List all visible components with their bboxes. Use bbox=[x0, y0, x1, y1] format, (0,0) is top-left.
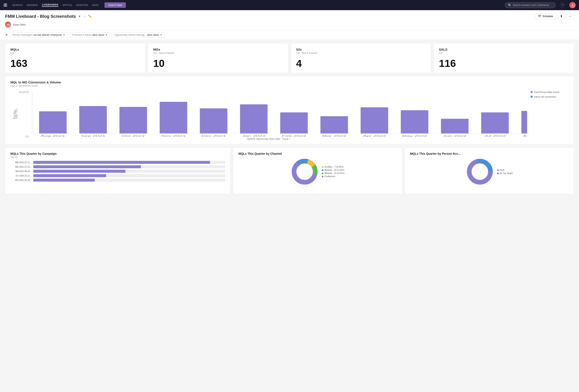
kpi-value-2: 4 bbox=[296, 58, 426, 69]
legend-label-0: Total Person Mqls Count bbox=[534, 91, 559, 93]
kpi-sub-3: CQ bbox=[439, 52, 569, 54]
filter-dropdown-icon-2: ▼ bbox=[160, 33, 162, 36]
svg-text:Oct 2021: Oct 2021 bbox=[122, 135, 145, 137]
campaign-chart-title: MQLs This Quarter by Campaign bbox=[10, 152, 225, 155]
filter-label-1: Forecast A Name bbox=[72, 33, 91, 36]
nav-item-spotiq[interactable]: SPOTIQ bbox=[63, 4, 72, 6]
svg-text:Feb 2022: Feb 2022 bbox=[282, 135, 306, 137]
hbar-label-1: WS 2021.07.21... bbox=[10, 166, 32, 168]
svg-rect-4 bbox=[79, 106, 107, 134]
svg-text:Mar 2022: Mar 2022 bbox=[322, 135, 346, 137]
filter-value-0: na mid atlantic enterprise bbox=[33, 33, 62, 36]
svg-rect-9 bbox=[280, 112, 308, 134]
hbar-row-0: WB 2022.07.21... bbox=[10, 161, 225, 164]
hbar-row-3: EV 2020.10.12... bbox=[10, 174, 225, 177]
svg-text:Total Pers...: Total Pers... bbox=[12, 108, 18, 119]
svg-point-36 bbox=[299, 166, 311, 178]
svg-rect-12 bbox=[401, 110, 428, 134]
author-avatar: SA bbox=[5, 22, 11, 28]
x-axis-title: Qarterly Opportunity Close Date - Fiscal… bbox=[10, 138, 527, 140]
svg-text:Jul 2022: Jul 2022 bbox=[484, 135, 506, 137]
filter-chip-0[interactable]: Person Subregion na mid atlantic enterpr… bbox=[10, 32, 68, 38]
svg-point-39 bbox=[474, 166, 486, 178]
channel-donut-svg bbox=[291, 158, 318, 185]
chart-legend: Total Person Mqls Count mql to m0 conver… bbox=[530, 89, 569, 140]
kpi-title-3: SALS bbox=[439, 48, 569, 51]
svg-text:Aug 2021: Aug 2021 bbox=[41, 135, 65, 137]
svg-text:0: 0 bbox=[25, 135, 29, 138]
hbar-label-3: EV 2020.10.12... bbox=[10, 175, 32, 177]
nav-item-liveboards[interactable]: LIVEBOARDS bbox=[42, 3, 58, 7]
filter-label-0: Person Subregion bbox=[12, 33, 33, 36]
legend-label-1: mql to m0 conversion bbox=[534, 96, 556, 98]
svg-text:May 2022: May 2022 bbox=[402, 135, 427, 137]
user-avatar[interactable]: S bbox=[569, 2, 576, 8]
svg-rect-13 bbox=[441, 119, 469, 134]
bar-chart-svg: 320 0 bbox=[10, 89, 527, 138]
hbar-label-0: WB 2022.07.21... bbox=[10, 161, 32, 164]
search-bar[interactable]: 🔍 Search answers and Liveboards bbox=[505, 2, 556, 8]
kpi-sub-1: CQ - New & Expand bbox=[153, 52, 283, 54]
bar-chart-title: MQL to MO Conversion & Volume bbox=[10, 80, 569, 84]
svg-text:Jun 2022: Jun 2022 bbox=[443, 135, 466, 137]
hbar-row-2: SM 2022.08.24... bbox=[10, 170, 225, 173]
liveboard-title: FMM Liveboard - Blog Screenshots bbox=[5, 14, 76, 19]
hbar-label-2: SM 2022.08.24... bbox=[10, 170, 32, 172]
hbar-row-1: WS 2021.07.21... bbox=[10, 165, 225, 168]
kpi-row: MQLs CQ 163 MOs CQ - New & Expand 10 S2s… bbox=[5, 43, 574, 73]
kpi-sub-0: CQ bbox=[10, 52, 140, 54]
kpi-card-s2s: S2s CQ - New & Expand 4 bbox=[291, 43, 431, 73]
navbar: ⊞ SEARCH ANSWER LIVEBOARDS SPOTIQ MONITO… bbox=[0, 0, 579, 10]
kpi-value-1: 10 bbox=[153, 58, 283, 69]
svg-rect-10 bbox=[320, 116, 348, 134]
filter-dropdown-icon-0: ▼ bbox=[63, 33, 65, 36]
liveboard-dropdown-icon[interactable]: ▼ bbox=[78, 15, 81, 18]
edit-icon[interactable]: ✏️ bbox=[88, 15, 92, 18]
kpi-sub-2: CQ - New & Expand bbox=[296, 52, 426, 54]
nav-item-answer[interactable]: ANSWER bbox=[27, 4, 38, 6]
svg-text:Apr 2022: Apr 2022 bbox=[363, 135, 386, 137]
legend-dot-1 bbox=[530, 96, 533, 98]
svg-rect-3 bbox=[39, 111, 67, 134]
svg-text:Nov 2021: Nov 2021 bbox=[161, 135, 186, 137]
bar-chart-card: MQL to MO Conversion & Volume Last 12 mo… bbox=[5, 76, 574, 145]
filter-value-1: alice davis bbox=[92, 33, 104, 36]
kpi-title-0: MQLs bbox=[10, 48, 140, 51]
filter-chip-1[interactable]: Forecast A Name alice davis ▼ bbox=[70, 32, 110, 38]
nav-item-monitor[interactable]: MONITOR bbox=[76, 4, 88, 6]
star-icon[interactable]: ☆ bbox=[83, 14, 86, 18]
nav-item-data[interactable]: DATA bbox=[92, 4, 98, 6]
hbar-label-4: WS 2021.06.29... bbox=[10, 179, 32, 181]
svg-text:Aug 2022: Aug 2022 bbox=[523, 135, 527, 137]
kpi-value-0: 163 bbox=[10, 58, 140, 69]
svg-rect-14 bbox=[481, 112, 509, 134]
hbar-row-4: WS 2021.06.29... bbox=[10, 179, 225, 182]
svg-rect-8 bbox=[240, 104, 268, 134]
kpi-title-1: MOs bbox=[153, 48, 283, 51]
export-button[interactable]: ⬆ bbox=[558, 13, 565, 19]
channel-chart-title: MQLs This Quarter by Channel bbox=[238, 152, 397, 155]
filter-chip-2[interactable]: Opportunity Owner Manag... alice davis ▼ bbox=[112, 32, 165, 38]
campaign-chart-sub: Top 20 bbox=[10, 156, 225, 158]
schedule-icon: 📅 bbox=[538, 15, 541, 18]
bar-chart-subtitle: Last 12 months this month bbox=[10, 84, 569, 87]
bottom-row: MQLs This Quarter by Campaign Top 20 WB … bbox=[5, 148, 574, 194]
person-donut-svg bbox=[466, 158, 494, 185]
kpi-card-sals: SALS CQ 116 bbox=[434, 43, 574, 73]
schedule-button[interactable]: 📅 Schedule bbox=[535, 13, 556, 19]
page-header: FMM Liveboard - Blog Screenshots ▼ ☆ ✏️ … bbox=[0, 10, 579, 30]
kpi-value-3: 116 bbox=[439, 58, 569, 69]
search-data-button[interactable]: Search data bbox=[104, 2, 126, 8]
nav-item-search[interactable]: SEARCH bbox=[12, 4, 23, 6]
logo-icon: ⊞ bbox=[3, 2, 7, 8]
more-options-button[interactable]: ··· bbox=[567, 13, 574, 19]
filter-value-2: alice davis bbox=[147, 33, 159, 36]
sort-icon[interactable]: ↑ bbox=[289, 138, 290, 140]
person-chart-title: MQLs This Quarter by Person Acc... bbox=[410, 152, 569, 155]
svg-text:320: 320 bbox=[18, 91, 29, 93]
legend-dot-0 bbox=[530, 91, 533, 93]
kpi-card-mqls: MQLs CQ 163 bbox=[5, 43, 145, 73]
search-icon: 🔍 bbox=[508, 3, 511, 7]
help-icon[interactable]: ? bbox=[560, 2, 565, 8]
kpi-card-mos: MOs CQ - New & Expand 10 bbox=[148, 43, 288, 73]
